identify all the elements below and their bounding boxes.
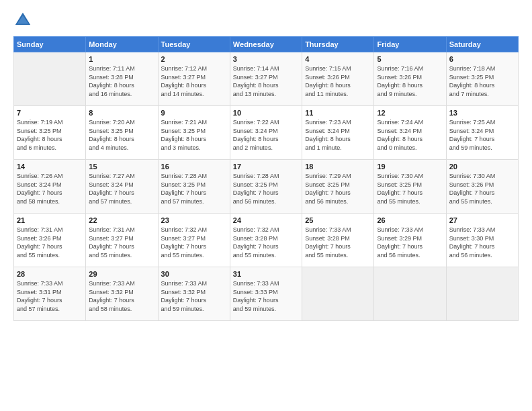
day-info: Sunrise: 7:27 AMSunset: 3:24 PMDaylight:… bbox=[89, 172, 154, 205]
day-number: 20 bbox=[449, 163, 515, 171]
day-number: 10 bbox=[233, 109, 299, 117]
logo-icon bbox=[13, 11, 32, 30]
calendar-cell: 2Sunrise: 7:12 AMSunset: 3:27 PMDaylight… bbox=[158, 52, 230, 106]
day-info: Sunrise: 7:33 AMSunset: 3:30 PMDaylight:… bbox=[449, 226, 515, 259]
calendar-cell: 9Sunrise: 7:21 AMSunset: 3:25 PMDaylight… bbox=[158, 106, 230, 160]
day-number: 14 bbox=[17, 163, 83, 171]
col-header-monday: Monday bbox=[86, 37, 158, 52]
day-number: 12 bbox=[377, 109, 443, 117]
day-info: Sunrise: 7:32 AMSunset: 3:28 PMDaylight:… bbox=[233, 226, 299, 259]
day-number: 22 bbox=[89, 216, 154, 224]
calendar-cell bbox=[446, 267, 518, 321]
calendar-cell: 27Sunrise: 7:33 AMSunset: 3:30 PMDayligh… bbox=[446, 214, 518, 267]
day-number: 26 bbox=[377, 216, 443, 224]
day-info: Sunrise: 7:14 AMSunset: 3:27 PMDaylight:… bbox=[233, 64, 299, 98]
day-number: 30 bbox=[161, 270, 227, 278]
day-info: Sunrise: 7:33 AMSunset: 3:32 PMDaylight:… bbox=[161, 279, 227, 313]
day-info: Sunrise: 7:30 AMSunset: 3:25 PMDaylight:… bbox=[377, 172, 443, 205]
day-number: 7 bbox=[17, 109, 83, 117]
day-info: Sunrise: 7:33 AMSunset: 3:32 PMDaylight:… bbox=[89, 279, 154, 313]
calendar-cell: 28Sunrise: 7:33 AMSunset: 3:31 PMDayligh… bbox=[14, 267, 86, 321]
calendar-cell: 10Sunrise: 7:22 AMSunset: 3:24 PMDayligh… bbox=[230, 106, 302, 160]
day-info: Sunrise: 7:28 AMSunset: 3:25 PMDaylight:… bbox=[161, 172, 227, 205]
day-info: Sunrise: 7:11 AMSunset: 3:28 PMDaylight:… bbox=[89, 64, 154, 98]
calendar-cell: 26Sunrise: 7:33 AMSunset: 3:29 PMDayligh… bbox=[374, 214, 446, 267]
day-info: Sunrise: 7:33 AMSunset: 3:29 PMDaylight:… bbox=[377, 226, 443, 259]
day-number: 5 bbox=[377, 55, 443, 63]
day-number: 18 bbox=[305, 163, 371, 171]
day-number: 31 bbox=[233, 270, 299, 278]
day-info: Sunrise: 7:19 AMSunset: 3:25 PMDaylight:… bbox=[17, 118, 83, 152]
calendar-cell: 4Sunrise: 7:15 AMSunset: 3:26 PMDaylight… bbox=[302, 52, 374, 106]
col-header-saturday: Saturday bbox=[446, 37, 518, 52]
day-info: Sunrise: 7:21 AMSunset: 3:25 PMDaylight:… bbox=[161, 118, 227, 152]
calendar-week-row: 21Sunrise: 7:31 AMSunset: 3:26 PMDayligh… bbox=[14, 214, 519, 267]
calendar-cell: 5Sunrise: 7:16 AMSunset: 3:26 PMDaylight… bbox=[374, 52, 446, 106]
header bbox=[13, 11, 519, 30]
calendar-week-row: 7Sunrise: 7:19 AMSunset: 3:25 PMDaylight… bbox=[14, 106, 519, 160]
calendar-cell: 16Sunrise: 7:28 AMSunset: 3:25 PMDayligh… bbox=[158, 160, 230, 214]
day-info: Sunrise: 7:33 AMSunset: 3:28 PMDaylight:… bbox=[305, 226, 371, 259]
day-info: Sunrise: 7:25 AMSunset: 3:24 PMDaylight:… bbox=[449, 118, 515, 152]
calendar-cell: 12Sunrise: 7:24 AMSunset: 3:24 PMDayligh… bbox=[374, 106, 446, 160]
day-info: Sunrise: 7:31 AMSunset: 3:27 PMDaylight:… bbox=[89, 226, 154, 259]
day-number: 9 bbox=[161, 109, 227, 117]
calendar-cell bbox=[14, 52, 86, 106]
calendar-cell: 22Sunrise: 7:31 AMSunset: 3:27 PMDayligh… bbox=[86, 214, 158, 267]
day-info: Sunrise: 7:18 AMSunset: 3:25 PMDaylight:… bbox=[449, 64, 515, 98]
col-header-wednesday: Wednesday bbox=[230, 37, 302, 52]
calendar-cell: 23Sunrise: 7:32 AMSunset: 3:27 PMDayligh… bbox=[158, 214, 230, 267]
col-header-thursday: Thursday bbox=[302, 37, 374, 52]
calendar-week-row: 28Sunrise: 7:33 AMSunset: 3:31 PMDayligh… bbox=[14, 267, 519, 321]
day-number: 28 bbox=[17, 270, 83, 278]
logo bbox=[13, 11, 35, 30]
calendar-header-row: SundayMondayTuesdayWednesdayThursdayFrid… bbox=[14, 37, 519, 52]
calendar-cell: 17Sunrise: 7:28 AMSunset: 3:25 PMDayligh… bbox=[230, 160, 302, 214]
day-number: 29 bbox=[89, 270, 154, 278]
day-info: Sunrise: 7:23 AMSunset: 3:24 PMDaylight:… bbox=[305, 118, 371, 152]
day-info: Sunrise: 7:22 AMSunset: 3:24 PMDaylight:… bbox=[233, 118, 299, 152]
calendar-week-row: 1Sunrise: 7:11 AMSunset: 3:28 PMDaylight… bbox=[14, 52, 519, 106]
day-info: Sunrise: 7:28 AMSunset: 3:25 PMDaylight:… bbox=[233, 172, 299, 205]
calendar-week-row: 14Sunrise: 7:26 AMSunset: 3:24 PMDayligh… bbox=[14, 160, 519, 214]
calendar-cell: 3Sunrise: 7:14 AMSunset: 3:27 PMDaylight… bbox=[230, 52, 302, 106]
col-header-friday: Friday bbox=[374, 37, 446, 52]
day-info: Sunrise: 7:32 AMSunset: 3:27 PMDaylight:… bbox=[161, 226, 227, 259]
calendar-cell: 31Sunrise: 7:33 AMSunset: 3:33 PMDayligh… bbox=[230, 267, 302, 321]
day-number: 13 bbox=[449, 109, 515, 117]
day-info: Sunrise: 7:15 AMSunset: 3:26 PMDaylight:… bbox=[305, 64, 371, 98]
calendar-cell: 18Sunrise: 7:29 AMSunset: 3:25 PMDayligh… bbox=[302, 160, 374, 214]
calendar-cell: 6Sunrise: 7:18 AMSunset: 3:25 PMDaylight… bbox=[446, 52, 518, 106]
day-info: Sunrise: 7:26 AMSunset: 3:24 PMDaylight:… bbox=[17, 172, 83, 205]
page: SundayMondayTuesdayWednesdayThursdayFrid… bbox=[0, 0, 532, 411]
day-number: 6 bbox=[449, 55, 515, 63]
day-number: 15 bbox=[89, 163, 154, 171]
day-info: Sunrise: 7:20 AMSunset: 3:25 PMDaylight:… bbox=[89, 118, 154, 152]
calendar-cell: 24Sunrise: 7:32 AMSunset: 3:28 PMDayligh… bbox=[230, 214, 302, 267]
day-number: 4 bbox=[305, 55, 371, 63]
calendar-cell: 7Sunrise: 7:19 AMSunset: 3:25 PMDaylight… bbox=[14, 106, 86, 160]
day-info: Sunrise: 7:24 AMSunset: 3:24 PMDaylight:… bbox=[377, 118, 443, 152]
calendar-cell: 25Sunrise: 7:33 AMSunset: 3:28 PMDayligh… bbox=[302, 214, 374, 267]
calendar-cell: 14Sunrise: 7:26 AMSunset: 3:24 PMDayligh… bbox=[14, 160, 86, 214]
calendar-cell: 13Sunrise: 7:25 AMSunset: 3:24 PMDayligh… bbox=[446, 106, 518, 160]
calendar-cell bbox=[302, 267, 374, 321]
day-number: 16 bbox=[161, 163, 227, 171]
day-number: 2 bbox=[161, 55, 227, 63]
day-number: 24 bbox=[233, 216, 299, 224]
day-number: 19 bbox=[377, 163, 443, 171]
calendar-table: SundayMondayTuesdayWednesdayThursdayFrid… bbox=[13, 36, 519, 321]
calendar-cell: 19Sunrise: 7:30 AMSunset: 3:25 PMDayligh… bbox=[374, 160, 446, 214]
day-number: 11 bbox=[305, 109, 371, 117]
day-info: Sunrise: 7:33 AMSunset: 3:31 PMDaylight:… bbox=[17, 279, 83, 313]
calendar-cell: 21Sunrise: 7:31 AMSunset: 3:26 PMDayligh… bbox=[14, 214, 86, 267]
calendar-cell: 15Sunrise: 7:27 AMSunset: 3:24 PMDayligh… bbox=[86, 160, 158, 214]
col-header-sunday: Sunday bbox=[14, 37, 86, 52]
calendar-cell: 1Sunrise: 7:11 AMSunset: 3:28 PMDaylight… bbox=[86, 52, 158, 106]
calendar-cell: 30Sunrise: 7:33 AMSunset: 3:32 PMDayligh… bbox=[158, 267, 230, 321]
day-info: Sunrise: 7:31 AMSunset: 3:26 PMDaylight:… bbox=[17, 226, 83, 259]
day-number: 1 bbox=[89, 55, 154, 63]
day-info: Sunrise: 7:29 AMSunset: 3:25 PMDaylight:… bbox=[305, 172, 371, 205]
day-number: 17 bbox=[233, 163, 299, 171]
day-number: 3 bbox=[233, 55, 299, 63]
